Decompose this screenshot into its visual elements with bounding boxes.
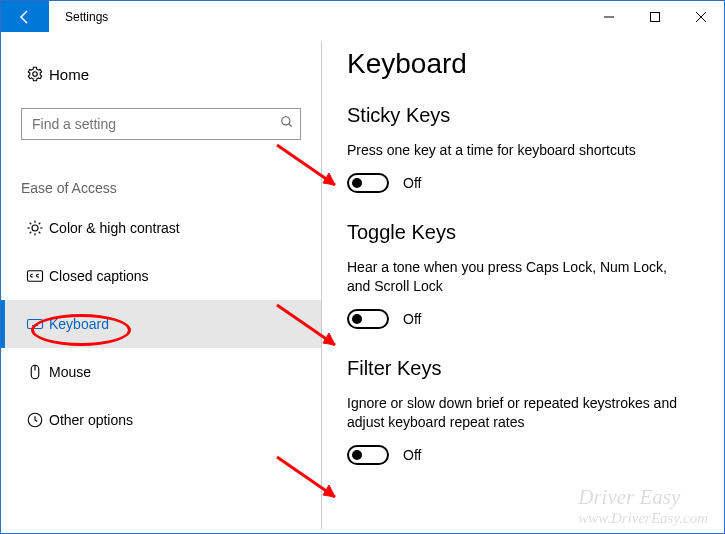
svg-line-12 [30, 223, 32, 225]
sidebar-item-color-contrast[interactable]: Color & high contrast [1, 204, 321, 252]
sidebar-item-label: Other options [49, 412, 133, 428]
svg-rect-17 [28, 320, 43, 329]
toggle-state-label: Off [403, 447, 421, 463]
sidebar-item-label: Mouse [49, 364, 91, 380]
sidebar-item-keyboard[interactable]: Keyboard [1, 300, 321, 348]
toggle-sticky-keys[interactable] [347, 173, 389, 193]
section-text-sticky-keys: Press one key at a time for keyboard sho… [347, 141, 687, 161]
search-icon [280, 115, 294, 133]
home-label: Home [49, 66, 89, 83]
gear-icon [21, 65, 49, 83]
minimize-button[interactable] [586, 1, 632, 32]
svg-point-7 [32, 225, 38, 231]
svg-rect-1 [651, 12, 660, 21]
section-title-sticky-keys: Sticky Keys [347, 104, 698, 127]
back-button[interactable] [1, 1, 49, 32]
page-title: Keyboard [347, 48, 698, 80]
close-button[interactable] [678, 1, 724, 32]
window-title: Settings [65, 1, 108, 32]
sidebar-group-label: Ease of Access [21, 180, 321, 196]
sidebar-item-label: Keyboard [49, 316, 109, 332]
section-title-toggle-keys: Toggle Keys [347, 221, 698, 244]
keyboard-icon [21, 315, 49, 333]
svg-line-13 [39, 232, 41, 234]
sidebar-item-label: Closed captions [49, 268, 149, 284]
search-input[interactable] [30, 115, 292, 133]
svg-point-5 [282, 117, 290, 125]
svg-line-6 [289, 124, 292, 127]
svg-rect-16 [28, 271, 43, 282]
sidebar: Home Ease of Access [1, 32, 321, 533]
svg-point-4 [33, 72, 38, 77]
toggle-state-label: Off [403, 175, 421, 191]
brightness-icon [21, 219, 49, 237]
other-icon [21, 411, 49, 429]
svg-line-14 [30, 232, 32, 234]
sidebar-item-other-options[interactable]: Other options [1, 396, 321, 444]
titlebar: Settings [1, 1, 724, 32]
section-text-toggle-keys: Hear a tone when you press Caps Lock, Nu… [347, 258, 687, 297]
search-box[interactable] [21, 108, 301, 140]
sidebar-item-closed-captions[interactable]: Closed captions [1, 252, 321, 300]
mouse-icon [21, 363, 49, 381]
section-title-filter-keys: Filter Keys [347, 357, 698, 380]
toggle-toggle-keys[interactable] [347, 309, 389, 329]
toggle-filter-keys[interactable] [347, 445, 389, 465]
toggle-state-label: Off [403, 311, 421, 327]
sidebar-item-label: Color & high contrast [49, 220, 180, 236]
home-button[interactable]: Home [1, 54, 321, 94]
maximize-button[interactable] [632, 1, 678, 32]
cc-icon [21, 267, 49, 285]
section-text-filter-keys: Ignore or slow down brief or repeated ke… [347, 394, 687, 433]
sidebar-item-mouse[interactable]: Mouse [1, 348, 321, 396]
vertical-divider [321, 41, 322, 529]
svg-line-15 [39, 223, 41, 225]
content-pane: Keyboard Sticky Keys Press one key at a … [321, 32, 724, 533]
